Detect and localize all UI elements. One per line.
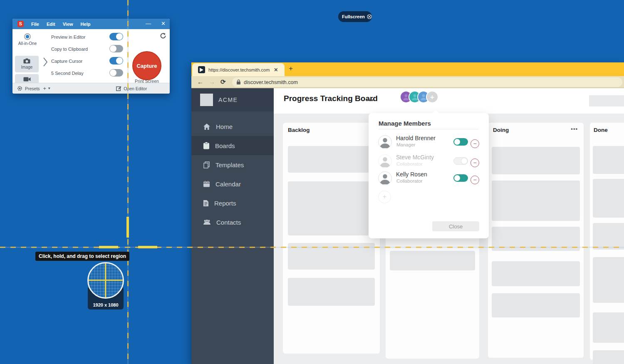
browser-tab[interactable]: https://discover.techsmith.com ✕: [192, 63, 285, 76]
add-preset-button[interactable]: +: [43, 85, 47, 92]
add-member-row-button[interactable]: +: [378, 191, 391, 203]
address-bar[interactable]: discover.techsmith.com: [232, 77, 622, 87]
browser-toolbar: ← → ⟳ discover.techsmith.com: [191, 76, 624, 88]
fullscreen-button[interactable]: Fullscreen: [338, 11, 372, 22]
presets-label[interactable]: Presets: [25, 86, 40, 91]
five-second-delay-toggle[interactable]: [109, 69, 123, 77]
capture-cursor-toggle[interactable]: [109, 57, 123, 64]
popup-caret: [432, 110, 439, 114]
new-tab-button[interactable]: +: [289, 64, 293, 73]
member-row-avatar: [378, 154, 392, 168]
snagit-titlebar[interactable]: S File Edit View Help — ✕: [12, 19, 170, 29]
sidebar-item-label: Contacts: [216, 219, 241, 226]
sidebar-item-calendar[interactable]: Calendar: [191, 174, 274, 193]
sidebar-item-templates[interactable]: Templates: [191, 155, 274, 174]
close-button[interactable]: Close: [432, 221, 479, 231]
snagit-logo: S: [17, 21, 24, 27]
menu-edit[interactable]: Edit: [47, 22, 55, 27]
crosshair-solid-segment: [126, 217, 129, 238]
open-editor-icon[interactable]: [116, 86, 121, 91]
templates-icon: [203, 161, 210, 168]
redo-last-capture-icon[interactable]: [160, 32, 166, 39]
org-header: ACME: [191, 88, 274, 111]
member-toggle-on[interactable]: [453, 174, 468, 182]
popup-title: Manage Members: [379, 120, 431, 127]
add-member-button[interactable]: +: [426, 91, 438, 103]
clipboard-icon: [203, 142, 210, 149]
card-placeholder[interactable]: [593, 350, 624, 364]
report-icon: [203, 200, 209, 207]
tab-close-icon[interactable]: ✕: [274, 67, 278, 73]
card-placeholder[interactable]: [390, 251, 475, 270]
crosshair-solid-segment: [99, 246, 118, 248]
card-placeholder[interactable]: [593, 146, 624, 174]
member-role: Collaborator: [396, 161, 423, 166]
copy-to-clipboard-toggle[interactable]: [109, 45, 123, 52]
member-toggle-off[interactable]: [453, 157, 468, 165]
sidebar-item-contacts[interactable]: Contacts: [191, 213, 274, 232]
card-placeholder[interactable]: [593, 312, 624, 343]
forward-button[interactable]: →: [209, 78, 215, 85]
card-placeholder[interactable]: [492, 147, 580, 174]
menu-file[interactable]: File: [31, 22, 39, 27]
video-camera-icon: [23, 77, 31, 82]
card-placeholder[interactable]: [288, 181, 375, 235]
sidebar-item-label: Boards: [215, 142, 235, 149]
preset-dropdown-arrow[interactable]: ▼: [47, 87, 51, 90]
refresh-button[interactable]: ⟳: [220, 78, 226, 86]
preview-in-editor-toggle[interactable]: [109, 33, 123, 40]
mode-image[interactable]: Image: [15, 56, 39, 72]
remove-member-button[interactable]: −: [470, 158, 479, 167]
sidebar-item-boards[interactable]: Boards: [191, 136, 274, 155]
org-name: ACME: [218, 97, 238, 103]
magnifier-loupe: [87, 262, 124, 299]
member-name: Steve McGinty: [396, 154, 434, 161]
board-menu-button[interactable]: •••: [366, 97, 374, 104]
crosshair-vertical-line: [127, 0, 129, 364]
camera-icon: [23, 58, 30, 64]
sidebar-item-label: Reports: [214, 200, 236, 207]
crosshair-solid-segment: [138, 246, 157, 248]
desktop-background: https://discover.techsmith.com ✕ + ← → ⟳…: [0, 0, 624, 364]
back-button[interactable]: ←: [197, 78, 203, 85]
column-done: Done: [590, 123, 624, 360]
card-placeholder[interactable]: [492, 181, 580, 221]
fullscreen-crosshair-icon: [367, 13, 372, 20]
close-window-button[interactable]: ✕: [161, 20, 166, 27]
column-header: Backlog: [288, 127, 310, 133]
member-row-avatar: [378, 135, 392, 149]
card-placeholder[interactable]: [492, 293, 580, 317]
member-name: Harold Brenner: [396, 135, 436, 141]
menu-view[interactable]: View: [63, 22, 73, 27]
member-toggle-on[interactable]: [453, 138, 468, 146]
column-header: Done: [594, 127, 608, 133]
capture-button[interactable]: Capture: [132, 51, 161, 80]
mode-all-in-one[interactable]: All-in-One: [17, 33, 38, 46]
calendar-icon: [203, 181, 210, 187]
capture-tooltip: Click, hold, and drag to select region: [35, 252, 129, 261]
column-menu-button[interactable]: •••: [571, 126, 578, 132]
card-placeholder[interactable]: [593, 179, 624, 218]
sidebar-item-home[interactable]: Home: [191, 117, 274, 136]
url-text: discover.techsmith.com: [244, 79, 298, 85]
card-placeholder[interactable]: [593, 223, 624, 250]
snagit-footer: Presets + ▼ Open Editor: [12, 83, 170, 94]
card-placeholder[interactable]: [492, 261, 580, 286]
card-placeholder[interactable]: [288, 146, 375, 173]
gear-icon[interactable]: [17, 86, 22, 91]
remove-member-button[interactable]: −: [470, 139, 479, 148]
magnifier-crosshair-horizontal: [89, 280, 123, 281]
page-title: Progress Tracking Board: [284, 94, 378, 103]
sidebar-nav: Home Boards Templates Calendar: [191, 117, 274, 232]
browser-tab-bar: https://discover.techsmith.com ✕ +: [191, 62, 624, 76]
minimize-button[interactable]: —: [146, 20, 151, 27]
card-placeholder[interactable]: [593, 257, 624, 303]
toggle-label: 5 Second Delay: [51, 71, 84, 76]
menu-help[interactable]: Help: [81, 22, 91, 27]
sidebar-item-label: Templates: [215, 161, 244, 168]
lock-icon: [236, 79, 241, 85]
remove-member-button[interactable]: −: [470, 176, 479, 184]
column-backlog: Backlog: [283, 123, 380, 354]
sidebar-item-reports[interactable]: Reports: [191, 193, 274, 213]
card-placeholder[interactable]: [288, 278, 375, 306]
